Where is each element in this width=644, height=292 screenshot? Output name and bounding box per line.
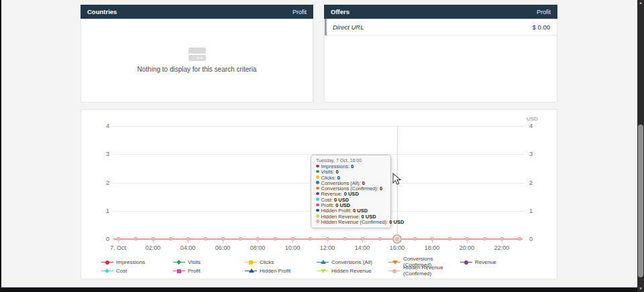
tooltip-series-bullet <box>316 165 319 168</box>
scrollbar-down-arrow-icon[interactable]: ▼ <box>637 286 644 292</box>
mouse-cursor-icon <box>392 173 402 186</box>
tooltip-series-bullet <box>316 170 319 173</box>
x-axis-label: 18:00 <box>419 244 445 251</box>
x-axis-tick <box>432 240 433 243</box>
offer-name: Direct URL <box>333 23 364 31</box>
offers-panel: Offers Profit Direct URL $ 0.00 <box>324 5 557 102</box>
legend-marker-icon <box>173 259 185 265</box>
tooltip-series-bullet <box>316 192 319 196</box>
gridline <box>113 126 524 127</box>
legend-item[interactable]: Conversions (All) <box>317 259 388 265</box>
scrollbar-up-arrow-icon[interactable]: ▲ <box>637 0 644 6</box>
data-point-marker <box>448 237 451 240</box>
y-axis-unit-label: USD <box>527 116 538 122</box>
legend-label: Hidden Revenue <box>331 268 372 274</box>
countries-panel-title: Countries <box>87 8 117 15</box>
legend-label: Conversions (All) <box>331 259 372 265</box>
x-axis-label: 20:00 <box>453 244 480 251</box>
legend-label: Cost <box>116 268 127 274</box>
y-axis-label-right: 0 <box>529 236 544 242</box>
tooltip-series-bullet <box>316 198 319 201</box>
legend-marker-icon <box>388 268 400 274</box>
tooltip-series-bullet <box>316 220 319 223</box>
x-axis-label: 02:00 <box>140 244 166 251</box>
tooltip-series-bullet <box>316 214 319 218</box>
legend-marker-icon <box>101 268 113 274</box>
data-point-marker <box>169 237 172 240</box>
tooltip-series-bullet <box>316 181 319 184</box>
x-axis-label: 14:00 <box>349 244 376 251</box>
x-axis-label: 06:00 <box>209 244 236 251</box>
legend-label: Profit <box>188 268 201 274</box>
x-axis-label: 7. Oct <box>105 244 131 251</box>
series-line-zero <box>113 238 523 240</box>
offers-metric-label: Profit <box>537 9 551 15</box>
legend-item[interactable]: Hidden Revenue (Confirmed) <box>388 267 460 274</box>
legend-marker-icon <box>460 259 472 265</box>
x-axis-label: 10:00 <box>279 244 306 251</box>
legend-label: Hidden Revenue (Confirmed) <box>403 265 460 277</box>
offers-panel-title: Offers <box>331 8 350 15</box>
data-point-marker <box>274 237 277 240</box>
offer-profit-value: $ 0.00 <box>533 23 550 31</box>
legend-marker-icon <box>245 259 257 265</box>
x-axis-label: 22:00 <box>488 244 515 251</box>
legend-label: Hidden Profit <box>260 268 290 274</box>
x-axis-tick <box>327 240 328 243</box>
x-axis-tick <box>188 240 189 243</box>
tooltip-series-bullet <box>316 175 319 179</box>
legend-item[interactable]: Cost <box>101 267 173 274</box>
legend-item[interactable]: Hidden Revenue <box>317 267 388 274</box>
y-axis-label-right: 3 <box>529 151 544 157</box>
data-point-marker <box>134 237 138 240</box>
x-axis-tick <box>118 240 119 243</box>
legend-item[interactable]: Visits <box>173 259 245 265</box>
data-point-marker <box>309 237 312 240</box>
data-point-marker <box>413 237 417 240</box>
x-axis-label: 04:00 <box>174 244 201 251</box>
y-axis-label-left: 0 <box>95 236 109 242</box>
legend-item[interactable]: Profit <box>173 267 245 274</box>
legend-item[interactable]: Impressions <box>101 259 173 265</box>
window-bottom-bar <box>0 287 637 292</box>
window-left-edge <box>0 0 1 292</box>
x-axis-label: 16:00 <box>384 244 411 251</box>
x-axis-tick <box>397 240 398 243</box>
legend-item[interactable]: Revenue <box>460 259 532 265</box>
data-point-marker <box>343 237 347 240</box>
legend-label: Impressions <box>116 259 145 265</box>
vertical-scrollbar[interactable]: ▲ ▼ <box>637 0 644 292</box>
legend-marker-icon <box>245 268 257 274</box>
legend-marker-icon <box>317 268 329 274</box>
x-axis-label: 08:00 <box>244 244 271 251</box>
legend-item[interactable]: Clicks <box>245 259 317 265</box>
legend-item[interactable]: Hidden Profit <box>245 267 317 274</box>
y-axis-label-left: 2 <box>95 179 109 186</box>
tooltip-series-bullet <box>316 187 319 190</box>
legend-label: Visits <box>188 259 201 265</box>
y-axis-label-left: 4 <box>95 123 109 129</box>
x-axis-tick <box>292 240 293 243</box>
data-point-marker <box>239 237 242 240</box>
chart-legend: ImpressionsVisitsClicksConversions (All)… <box>101 259 532 274</box>
y-axis-label-left: 3 <box>95 151 109 157</box>
x-axis-tick <box>362 240 363 243</box>
countries-empty-state: Nothing to display for this search crite… <box>81 19 313 102</box>
y-axis-label-right: 1 <box>529 208 544 214</box>
offer-row-direct-url[interactable]: Direct URL $ 0.00 <box>325 19 557 35</box>
scrollbar-thumb[interactable] <box>638 125 643 277</box>
x-axis-tick <box>467 240 468 243</box>
legend-label: Revenue <box>475 259 496 265</box>
y-axis-label-right: 2 <box>529 179 544 186</box>
x-axis-tick <box>258 240 258 243</box>
countries-panel: Countries Profit Nothing to display for … <box>80 5 313 102</box>
x-axis-label: 12:00 <box>314 244 341 251</box>
legend-marker-icon <box>173 268 185 274</box>
tooltip-title: Tuesday, 7 Oct, 16:00 <box>316 158 386 163</box>
row-accent-bar <box>325 19 327 35</box>
tooltip-series-bullet <box>316 209 319 212</box>
countries-metric-label: Profit <box>292 9 307 15</box>
tooltip-item: Hidden Revenue (Confirmed): 0 USD <box>316 220 386 225</box>
data-point-marker <box>204 237 207 240</box>
legend-marker-icon <box>317 259 329 265</box>
